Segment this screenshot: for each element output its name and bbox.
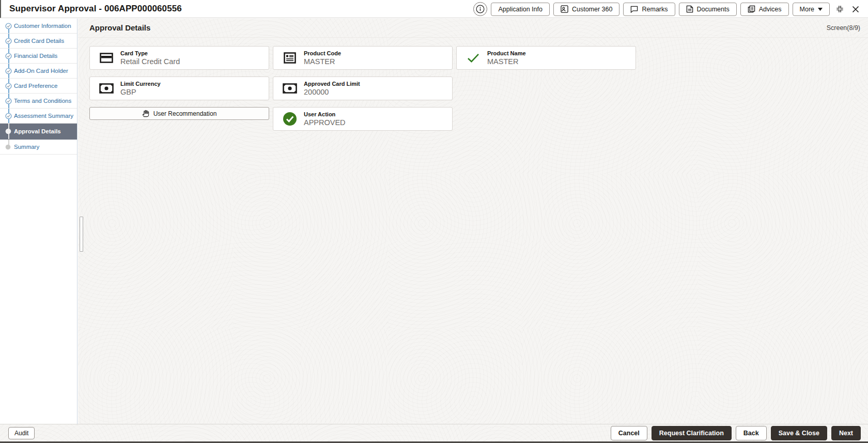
step-active-dot-icon <box>5 128 11 134</box>
field-user-action: User Action APPROVED <box>273 107 453 131</box>
field-card-type: Card Type Retail Credit Card <box>89 46 269 70</box>
expand-icon <box>835 5 844 13</box>
step-label: Credit Card Details <box>14 38 64 44</box>
sidebar-item-add-on-card-holder[interactable]: Add-On Card Holder <box>0 64 77 79</box>
close-icon <box>852 6 859 13</box>
audit-label: Audit <box>14 430 28 437</box>
approved-circle-check-icon <box>282 112 298 126</box>
chevron-down-icon <box>818 8 823 11</box>
field-label: Approved Card Limit <box>304 81 360 87</box>
workflow-stepper: Customer Information Credit Card Details… <box>0 19 78 424</box>
info-icon <box>476 5 485 13</box>
field-label: Limit Currency <box>120 81 161 87</box>
screen-indicator: Screen(8/9) <box>827 24 860 32</box>
cancel-button[interactable]: Cancel <box>611 426 647 440</box>
step-label: Summary <box>14 144 39 150</box>
save-and-close-button[interactable]: Save & Close <box>771 426 827 440</box>
remarks-icon <box>630 6 638 13</box>
documents-button[interactable]: Documents <box>679 3 737 16</box>
field-product-code: Product Code MASTER <box>273 46 453 70</box>
step-completed-icon <box>5 98 12 104</box>
step-label: Add-On Card Holder <box>14 68 68 74</box>
field-approved-card-limit: Approved Card Limit 200000 <box>273 77 453 100</box>
customer-360-button[interactable]: Customer 360 <box>553 3 620 16</box>
step-label: Approval Details <box>14 128 61 135</box>
approval-fields: Card Type Retail Credit Card Product Cod… <box>89 46 636 138</box>
next-label: Next <box>839 430 853 437</box>
fields-row-1: Card Type Retail Credit Card Product Cod… <box>89 46 636 70</box>
step-completed-icon <box>5 23 12 29</box>
sidebar-item-card-preference[interactable]: Card Preference <box>0 79 77 94</box>
field-label: User Action <box>304 111 346 117</box>
content-header: Approval Details Screen(8/9) <box>78 19 868 38</box>
documents-icon <box>686 5 693 13</box>
header-actions: Application Info Customer 360 Remarks Do… <box>473 0 862 18</box>
advices-icon <box>748 5 755 13</box>
hand-icon <box>142 110 149 117</box>
user-recommendation-button[interactable]: User Recommendation <box>89 107 269 120</box>
cancel-label: Cancel <box>618 430 640 437</box>
customer-360-icon <box>561 5 568 13</box>
field-value: APPROVED <box>304 118 346 127</box>
sidebar-item-summary[interactable]: Summary <box>0 140 77 155</box>
sidebar-item-credit-card-details[interactable]: Credit Card Details <box>0 34 77 49</box>
field-product-name: Product Name MASTER <box>456 46 636 70</box>
info-button[interactable] <box>473 2 487 16</box>
step-completed-icon <box>5 53 12 59</box>
step-completed-icon <box>5 38 12 44</box>
product-form-icon <box>282 52 298 64</box>
application-info-button[interactable]: Application Info <box>491 3 549 16</box>
application-info-label: Application Info <box>498 6 542 13</box>
close-button[interactable] <box>849 3 862 16</box>
step-upcoming-dot-icon <box>5 144 11 150</box>
sidebar-item-customer-information[interactable]: Customer Information <box>0 19 77 34</box>
next-button[interactable]: Next <box>831 426 861 440</box>
user-recommendation-label: User Recommendation <box>153 110 217 117</box>
section-title: Approval Details <box>89 23 150 32</box>
field-label: Card Type <box>120 50 180 56</box>
step-label: Terms and Conditions <box>14 98 71 104</box>
credit-card-icon <box>99 53 114 63</box>
page-title: Supervisor Approval - 006APP000060556 <box>9 4 182 14</box>
sidebar-item-terms-and-conditions[interactable]: Terms and Conditions <box>0 94 77 109</box>
green-check-icon <box>466 53 481 63</box>
field-label: Product Code <box>304 50 341 56</box>
field-label: Product Name <box>487 50 526 56</box>
step-label: Financial Details <box>14 53 57 59</box>
banknote-icon <box>282 83 298 94</box>
save-and-close-label: Save & Close <box>779 430 819 437</box>
request-clarification-button[interactable]: Request Clarification <box>652 426 732 440</box>
expand-button[interactable] <box>833 3 846 16</box>
back-label: Back <box>743 430 759 437</box>
field-value: MASTER <box>304 57 341 66</box>
back-button[interactable]: Back <box>736 426 767 440</box>
more-label: More <box>800 6 814 13</box>
customer-360-label: Customer 360 <box>572 6 613 13</box>
field-value: MASTER <box>487 57 526 66</box>
audit-button[interactable]: Audit <box>8 427 35 439</box>
field-limit-currency: Limit Currency GBP <box>89 77 269 100</box>
documents-label: Documents <box>697 6 730 13</box>
step-completed-icon <box>5 68 12 74</box>
fields-row-2: Limit Currency GBP Approved Card Limit 2… <box>89 77 636 100</box>
footer-actions: Cancel Request Clarification Back Save &… <box>611 426 861 440</box>
field-value: Retail Credit Card <box>120 57 180 66</box>
advices-button[interactable]: Advices <box>740 3 789 16</box>
sidebar-item-financial-details[interactable]: Financial Details <box>0 49 77 64</box>
remarks-label: Remarks <box>642 6 668 13</box>
step-label: Card Preference <box>14 83 57 89</box>
sidebar-item-approval-details[interactable]: Approval Details <box>0 124 77 140</box>
field-value: 200000 <box>304 88 360 96</box>
more-button[interactable]: More <box>793 3 830 16</box>
request-clarification-label: Request Clarification <box>659 430 724 437</box>
remarks-button[interactable]: Remarks <box>623 3 675 16</box>
footer-bar: Audit Cancel Request Clarification Back … <box>0 424 868 443</box>
step-label: Customer Information <box>14 23 71 29</box>
field-value: GBP <box>120 88 161 96</box>
scrollbar-thumb[interactable] <box>80 217 83 252</box>
sidebar-item-assessment-summary[interactable]: Assessment Summary <box>0 109 77 124</box>
step-label: Assessment Summary <box>14 113 73 119</box>
advices-label: Advices <box>759 6 782 13</box>
titlebar: Supervisor Approval - 006APP000060556 Ap… <box>0 0 868 18</box>
banknote-icon <box>99 83 114 94</box>
